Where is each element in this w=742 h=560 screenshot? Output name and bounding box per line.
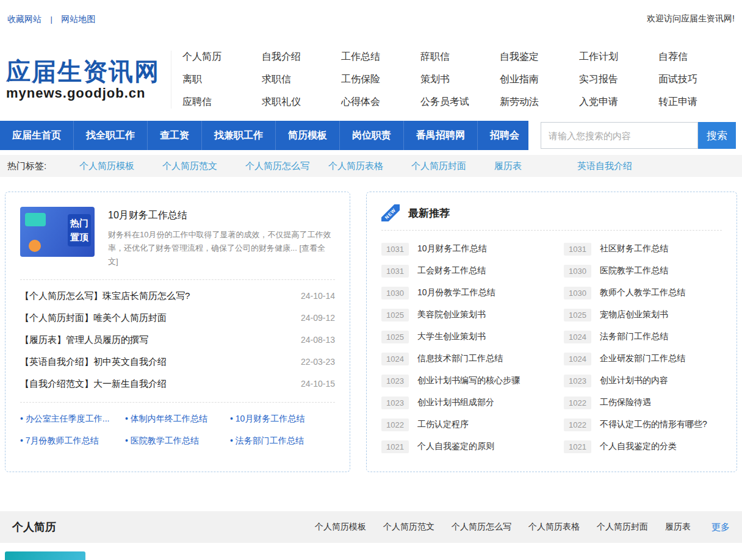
article-link[interactable]: 【自我介绍范文】大一新生自我介绍: [20, 378, 167, 390]
nav-resume-templates[interactable]: 简历模板: [276, 121, 340, 150]
recommend-link[interactable]: 10月份教学工作总结: [417, 287, 495, 298]
header-link-startup-guide[interactable]: 创业指南: [500, 73, 579, 86]
hot-tag-resume-template[interactable]: 个人简历模板: [79, 160, 162, 172]
nav-parttime-jobs[interactable]: 找兼职工作: [202, 121, 276, 150]
nav-job-duties[interactable]: 岗位职责: [340, 121, 404, 150]
nav-home[interactable]: 应届生首页: [0, 121, 74, 150]
header-link-job-letter[interactable]: 求职信: [262, 73, 341, 86]
recommend-link[interactable]: 个人自我鉴定的原则: [417, 441, 494, 452]
featured-thumbnail[interactable]: 热门置顶: [20, 207, 95, 257]
header-link-labor-law[interactable]: 新劳动法: [500, 96, 579, 109]
hot-tag-resume-cover[interactable]: 个人简历封面: [411, 160, 494, 172]
nav-panyu-jobs[interactable]: 番禺招聘网: [404, 121, 478, 150]
header-link-work-summary[interactable]: 工作总结: [341, 51, 420, 63]
logo-domain: mynews.goodjob.cn: [6, 85, 166, 101]
nav-fulltime-jobs[interactable]: 找全职工作: [74, 121, 148, 150]
recommend-link[interactable]: 10月财务工作总结: [417, 243, 487, 254]
header-link-self-appraisal[interactable]: 自我鉴定: [500, 51, 579, 63]
tab-resume-template[interactable]: 个人简历模板: [315, 522, 366, 533]
recommend-link[interactable]: 不得认定工伤的情形有哪些?: [600, 419, 707, 430]
header-link-work-injury-insurance[interactable]: 工伤保险: [341, 73, 420, 86]
recommend-link[interactable]: 法务部门工作总结: [600, 331, 668, 342]
section-header: 个人简历 个人简历模板 个人简历范文 个人简历怎么写 个人简历表格 个人简历封面…: [0, 511, 742, 543]
recommend-link[interactable]: 信息技术部门工作总结: [417, 353, 503, 364]
header-link-cover-letter[interactable]: 自荐信: [658, 51, 738, 63]
header-link-interview-skills[interactable]: 面试技巧: [658, 73, 738, 86]
header: 应届生资讯网 mynews.goodjob.cn 个人简历 自我介绍 工作总结 …: [0, 38, 742, 121]
related-tag-link[interactable]: 办公室主任季度工作...: [20, 414, 125, 425]
sitemap-link[interactable]: 网站地图: [61, 14, 95, 24]
search-input[interactable]: [541, 122, 698, 149]
list-item: 【个人简历封面】唯美个人简历封面 24-09-12: [20, 307, 335, 329]
header-link-planning-book[interactable]: 策划书: [420, 73, 500, 86]
list-item: 【个人简历怎么写】珠宝店长简历怎么写? 24-10-14: [20, 285, 335, 307]
more-link[interactable]: 更多: [711, 522, 730, 533]
main-navbar: 应届生首页 找全职工作 查工资 找兼职工作 简历模板 岗位职责 番禺招聘网 招聘…: [0, 121, 528, 150]
search-button[interactable]: 搜索: [698, 122, 736, 149]
header-link-work-plan[interactable]: 工作计划: [579, 51, 658, 63]
recommend-link[interactable]: 大学生创业策划书: [417, 331, 486, 342]
recommend-item: 1022 不得认定工伤的情形有哪些?: [564, 414, 722, 436]
favorite-site-link[interactable]: 收藏网站: [7, 14, 41, 24]
article-link[interactable]: 【履历表】管理人员履历的撰写: [20, 334, 148, 346]
tab-resume-cover[interactable]: 个人简历封面: [597, 522, 648, 533]
header-link-job-etiquette[interactable]: 求职礼仪: [262, 96, 341, 109]
header-link-reflections[interactable]: 心得体会: [341, 96, 420, 109]
header-link-resignation-letter[interactable]: 辞职信: [420, 51, 500, 63]
recommend-header: NEW 最新推荐: [381, 204, 722, 231]
recommend-link[interactable]: 美容院创业策划书: [417, 309, 486, 320]
article-link[interactable]: 【英语自我介绍】初中英文自我介绍: [20, 356, 167, 368]
tab-cv[interactable]: 履历表: [665, 522, 691, 533]
header-link-regularization[interactable]: 转正申请: [658, 96, 738, 109]
header-link-resume[interactable]: 个人简历: [182, 51, 262, 63]
nav-salary-lookup[interactable]: 查工资: [148, 121, 202, 150]
resume-section: 个人简历 个人简历模板 个人简历范文 个人简历怎么写 个人简历表格 个人简历封面…: [0, 511, 742, 560]
recommend-link[interactable]: 工伤认定程序: [417, 419, 469, 430]
hot-tag-cv[interactable]: 履历表: [494, 160, 577, 172]
header-link-civil-service-exam[interactable]: 公务员考试: [420, 96, 500, 109]
recommend-link[interactable]: 企业研发部门工作总结: [600, 353, 685, 364]
hot-tag-english-self-intro[interactable]: 英语自我介绍: [577, 160, 660, 172]
section-thumbnail[interactable]: [5, 551, 85, 560]
header-link-internship-report[interactable]: 实习报告: [579, 73, 658, 86]
tab-resume-sample[interactable]: 个人简历范文: [383, 522, 434, 533]
featured-excerpt: 财务科在10月份的工作中取得了显著的成效，不仅提高了工作效率，还优化了财务管理流…: [108, 228, 335, 268]
header-link-application-letter[interactable]: 应聘信: [182, 96, 262, 109]
featured-title[interactable]: 10月财务工作总结: [108, 209, 335, 222]
related-tag-link[interactable]: 10月财务工作总结: [230, 414, 335, 425]
site-logo[interactable]: 应届生资讯网 mynews.goodjob.cn: [6, 57, 166, 101]
tab-how-to-write-resume[interactable]: 个人简历怎么写: [452, 522, 511, 533]
header-link-self-intro[interactable]: 自我介绍: [262, 51, 341, 63]
nav-job-fair[interactable]: 招聘会: [478, 121, 531, 150]
recommend-link[interactable]: 教师个人教学工作总结: [600, 287, 685, 298]
related-tag-link[interactable]: 医院教学工作总结: [125, 436, 230, 447]
recommend-link[interactable]: 医院教学工作总结: [600, 265, 668, 276]
recommend-link[interactable]: 创业计划书组成部分: [417, 397, 494, 408]
recommend-link[interactable]: 社区财务工作总结: [600, 243, 668, 254]
recommend-link[interactable]: 创业计划书编写的核心步骤: [417, 375, 520, 386]
tab-resume-table[interactable]: 个人简历表格: [528, 522, 580, 533]
view-count-badge: 1024: [564, 331, 591, 343]
hot-tag-resume-table[interactable]: 个人简历表格: [328, 160, 411, 172]
related-tag-link[interactable]: 体制内年终工作总结: [125, 414, 230, 425]
recommend-item: 1023 创业计划书的内容: [564, 370, 722, 392]
article-link[interactable]: 【个人简历封面】唯美个人简历封面: [20, 312, 167, 324]
topbar: 收藏网站 | 网站地图 欢迎访问应届生资讯网!: [0, 0, 742, 38]
hot-tag-how-to-write-resume[interactable]: 个人简历怎么写: [245, 160, 328, 172]
recommend-link[interactable]: 创业计划书的内容: [600, 375, 668, 386]
recommend-link[interactable]: 宠物店创业策划书: [600, 309, 668, 320]
recommend-link[interactable]: 个人自我鉴定的分类: [600, 441, 677, 452]
header-link-leave-job[interactable]: 离职: [182, 73, 262, 86]
view-count-badge: 1030: [564, 287, 591, 300]
article-link[interactable]: 【个人简历怎么写】珠宝店长简历怎么写?: [20, 290, 190, 302]
hot-tag-resume-sample[interactable]: 个人简历范文: [162, 160, 245, 172]
related-tag-link[interactable]: 7月份教师工作总结: [20, 436, 125, 447]
recommend-link[interactable]: 工伤保险待遇: [600, 397, 651, 408]
header-link-party-application[interactable]: 入党申请: [579, 96, 658, 109]
recommend-item: 1030 医院教学工作总结: [564, 260, 722, 282]
article-date: 24-10-15: [301, 379, 335, 389]
recommend-item: 1024 企业研发部门工作总结: [564, 348, 722, 370]
recommend-link[interactable]: 工会财务工作总结: [417, 265, 486, 276]
recommend-item: 1030 10月份教学工作总结: [381, 282, 539, 304]
related-tag-link[interactable]: 法务部门工作总结: [230, 436, 335, 447]
